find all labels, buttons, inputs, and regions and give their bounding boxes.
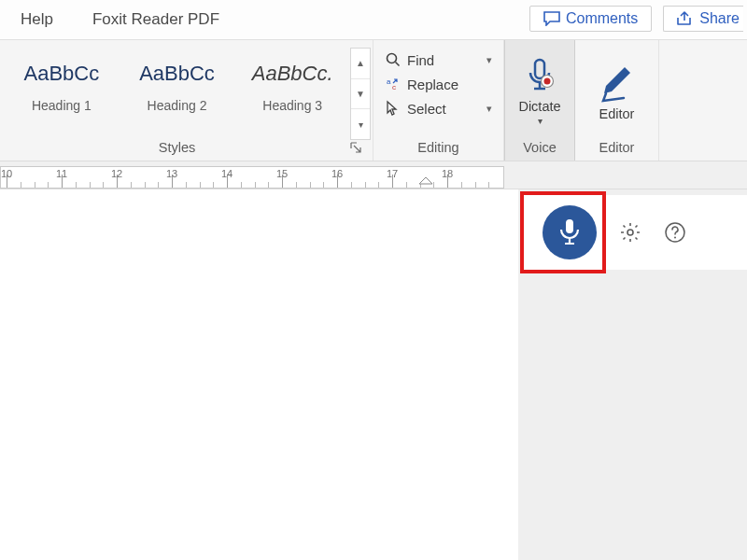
chevron-down-icon: ▾ — [486, 54, 492, 66]
chevron-down-icon: ▾ — [486, 103, 492, 115]
ruler-minor-tick — [378, 182, 379, 188]
comments-label: Comments — [566, 10, 638, 27]
share-label: Share — [699, 10, 740, 27]
title-actions: Comments Share — [529, 6, 743, 32]
dictate-button[interactable]: Dictate ▾ — [505, 48, 574, 136]
ruler-number: 13 — [166, 168, 177, 179]
ruler-minor-tick — [186, 182, 187, 188]
ruler-row: 101112131415161718 — [0, 161, 747, 189]
ruler-minor-tick — [433, 182, 434, 188]
ruler-number: 12 — [111, 168, 122, 179]
dictate-label: Dictate — [518, 99, 560, 114]
find-label: Find — [407, 52, 434, 68]
ruler-minor-tick — [131, 182, 132, 188]
ruler-minor-tick — [255, 182, 256, 188]
editing-group: Find ▾ a c Replace Select ▾ Editing — [374, 40, 504, 161]
ruler-minor-tick — [475, 182, 476, 188]
ruler-number: 15 — [276, 168, 288, 179]
voice-group-label: Voice — [505, 136, 574, 161]
editor-pen-icon — [600, 63, 634, 105]
ruler-minor-tick — [213, 182, 214, 188]
ruler-number: 18 — [442, 168, 453, 179]
ruler-number: 11 — [56, 168, 67, 179]
style-preview: AaBbCc — [6, 51, 118, 96]
styles-group-label: Styles — [4, 140, 350, 155]
cursor-icon — [385, 100, 402, 117]
ruler-minor-tick — [488, 182, 489, 188]
style-preview: AaBbCc — [121, 51, 233, 96]
comment-icon — [543, 11, 560, 26]
ruler-minor-tick — [323, 182, 324, 188]
ruler-minor-tick — [158, 182, 159, 188]
styles-group: AaBbCc Heading 1 AaBbCc Heading 2 AaBbCc… — [0, 40, 374, 161]
ribbon: AaBbCc Heading 1 AaBbCc Heading 2 AaBbCc… — [0, 40, 747, 161]
chevron-down-icon: ▾ — [538, 116, 543, 126]
comments-button[interactable]: Comments — [529, 6, 652, 32]
style-caption: Heading 3 — [236, 98, 348, 113]
style-heading2[interactable]: AaBbCc Heading 2 — [120, 48, 235, 140]
ruler-minor-tick — [241, 182, 242, 188]
style-heading1[interactable]: AaBbCc Heading 1 — [4, 48, 120, 140]
editor-label: Editor — [599, 106, 635, 121]
select-label: Select — [407, 101, 446, 117]
style-caption: Heading 2 — [121, 98, 233, 113]
replace-label: Replace — [407, 77, 458, 92]
ruler-minor-tick — [365, 182, 366, 188]
ruler-number: 17 — [387, 168, 398, 179]
ruler-minor-tick — [145, 182, 146, 188]
menu-help[interactable]: Help — [21, 10, 53, 29]
style-caption: Heading 1 — [6, 98, 118, 113]
gallery-scroll-up[interactable]: ▲ — [351, 49, 370, 79]
svg-text:c: c — [392, 83, 396, 91]
style-heading3[interactable]: AaBbCc. Heading 3 — [234, 48, 350, 140]
replace-icon: a c — [385, 76, 402, 92]
ruler-minor-tick — [76, 182, 77, 188]
editor-group: Editor Editor — [575, 40, 659, 161]
dictation-panel — [518, 189, 747, 560]
gallery-expand[interactable]: ▾ — [351, 109, 370, 139]
horizontal-ruler[interactable]: 101112131415161718 — [0, 166, 504, 189]
style-preview: AaBbCc. — [236, 51, 348, 96]
ruler-minor-tick — [351, 182, 352, 188]
ruler-minor-tick — [35, 182, 35, 188]
ruler-minor-tick — [406, 182, 407, 188]
dictate-icon — [524, 58, 556, 97]
ruler-number: 14 — [221, 168, 233, 179]
ruler-number: 10 — [1, 168, 12, 179]
ruler-minor-tick — [461, 182, 462, 188]
select-button[interactable]: Select ▾ — [381, 98, 496, 119]
help-icon[interactable] — [664, 221, 686, 244]
voice-group: Dictate ▾ Voice — [504, 40, 575, 161]
replace-button[interactable]: a c Replace — [381, 74, 496, 94]
ruler-minor-tick — [103, 182, 104, 188]
ruler-minor-tick — [268, 182, 269, 188]
ruler-minor-tick — [310, 182, 311, 188]
find-button[interactable]: Find ▾ — [381, 49, 496, 70]
editor-group-label: Editor — [575, 136, 658, 161]
svg-point-9 — [674, 237, 676, 239]
svg-point-7 — [627, 230, 633, 235]
svg-rect-3 — [535, 60, 544, 78]
share-button[interactable]: Share — [663, 6, 743, 32]
editing-group-label: Editing — [374, 136, 503, 161]
document-page[interactable] — [0, 189, 518, 560]
svg-point-0 — [388, 54, 397, 63]
ruler-minor-tick — [90, 182, 91, 188]
indent-marker-icon[interactable] — [419, 177, 432, 189]
styles-gallery[interactable]: AaBbCc Heading 1 AaBbCc Heading 2 AaBbCc… — [0, 48, 350, 140]
ruler-minor-tick — [200, 182, 201, 188]
settings-gear-icon[interactable] — [619, 221, 641, 244]
ruler-minor-tick — [296, 182, 297, 188]
gallery-scroll-down[interactable]: ▼ — [351, 79, 370, 110]
tutorial-highlight — [520, 191, 606, 273]
gallery-scroll: ▲ ▼ ▾ — [350, 48, 371, 140]
svg-text:a: a — [387, 77, 391, 86]
styles-launcher-icon[interactable] — [350, 142, 361, 153]
share-icon — [677, 11, 694, 26]
editor-button[interactable]: Editor — [575, 48, 658, 136]
work-area — [0, 189, 747, 560]
ruler-number: 16 — [331, 168, 343, 179]
ruler-minor-tick — [21, 182, 21, 188]
ruler-minor-tick — [48, 182, 49, 188]
menu-foxit-reader-pdf[interactable]: Foxit Reader PDF — [92, 10, 219, 29]
